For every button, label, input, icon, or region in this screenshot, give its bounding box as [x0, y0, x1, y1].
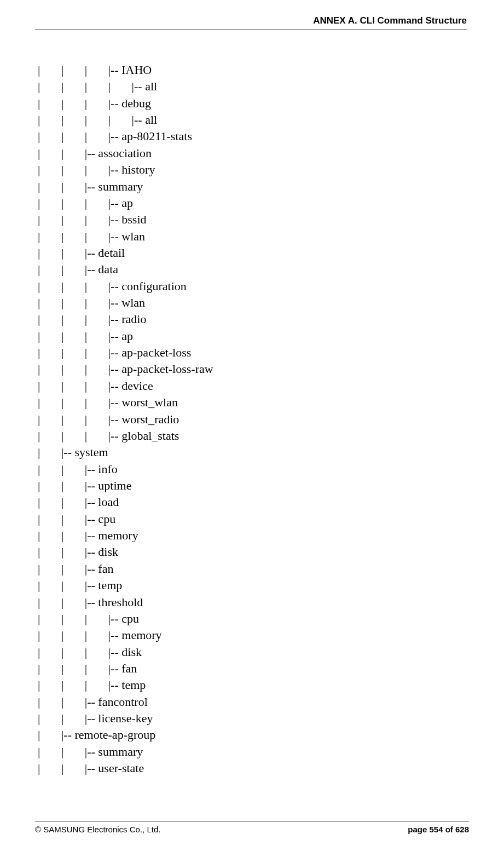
tree-line: | | | |-- wlan: [38, 228, 469, 245]
tree-line: | | | |-- ap-packet-loss-raw: [38, 361, 469, 377]
tree-line: | | |-- user-state: [38, 760, 469, 777]
tree-line: | | | |-- device: [38, 378, 469, 394]
footer-copyright: © SAMSUNG Electronics Co., Ltd.: [35, 825, 160, 834]
footer-page-number: page 554 of 628: [408, 825, 469, 834]
tree-line: | | | |-- ap-80211-stats: [38, 128, 469, 145]
tree-line: | | | |-- debug: [38, 95, 469, 112]
tree-line: | | |-- info: [38, 461, 469, 478]
tree-line: | |-- remote-ap-group: [38, 727, 469, 743]
tree-line: | | |-- summary: [38, 744, 469, 760]
tree-line: | | | |-- disk: [38, 644, 469, 660]
tree-line: | | |-- license-key: [38, 710, 469, 727]
tree-line: | | |-- uptime: [38, 478, 469, 494]
tree-line: | | | | |-- all: [38, 78, 469, 95]
tree-line: | | |-- disk: [38, 544, 469, 560]
tree-line: | | |-- threshold: [38, 594, 469, 611]
tree-line: | | |-- temp: [38, 577, 469, 594]
tree-line: | | |-- summary: [38, 179, 469, 195]
tree-line: | | | |-- cpu: [38, 611, 469, 627]
tree-line: | | |-- data: [38, 261, 469, 278]
tree-line: | | | |-- ap: [38, 195, 469, 211]
tree-line: | | | |-- configuration: [38, 278, 469, 295]
page-footer: © SAMSUNG Electronics Co., Ltd. page 554…: [35, 821, 469, 834]
tree-line: | | | |-- radio: [38, 311, 469, 327]
tree-line: | | | |-- global_stats: [38, 428, 469, 444]
tree-line: | | | |-- fan: [38, 660, 469, 677]
tree-line: | | | |-- ap-packet-loss: [38, 344, 469, 361]
tree-line: | | |-- memory: [38, 527, 469, 544]
header-title: ANNEX A. CLI Command Structure: [313, 15, 467, 26]
tree-line: | | | |-- wlan: [38, 295, 469, 311]
document-page: ANNEX A. CLI Command Structure | | | |--…: [0, 0, 504, 857]
tree-line: | | | |-- worst_radio: [38, 411, 469, 428]
cli-tree-content: | | | |-- IAHO| | | | |-- all| | | |-- d…: [35, 62, 469, 777]
page-header: ANNEX A. CLI Command Structure: [35, 15, 467, 30]
tree-line: | | | |-- history: [38, 162, 469, 178]
tree-line: | | |-- fancontrol: [38, 694, 469, 710]
tree-line: | | |-- detail: [38, 245, 469, 261]
tree-line: | | | |-- memory: [38, 627, 469, 643]
tree-line: | |-- system: [38, 444, 469, 461]
tree-line: | | |-- load: [38, 494, 469, 510]
tree-line: | | |-- cpu: [38, 511, 469, 527]
tree-line: | | | |-- IAHO: [38, 62, 469, 78]
tree-line: | | | |-- ap: [38, 328, 469, 344]
tree-line: | | | | |-- all: [38, 112, 469, 128]
tree-line: | | | |-- worst_wlan: [38, 394, 469, 411]
tree-line: | | | |-- bssid: [38, 211, 469, 228]
tree-line: | | |-- fan: [38, 561, 469, 577]
tree-line: | | |-- association: [38, 145, 469, 162]
tree-line: | | | |-- temp: [38, 677, 469, 693]
